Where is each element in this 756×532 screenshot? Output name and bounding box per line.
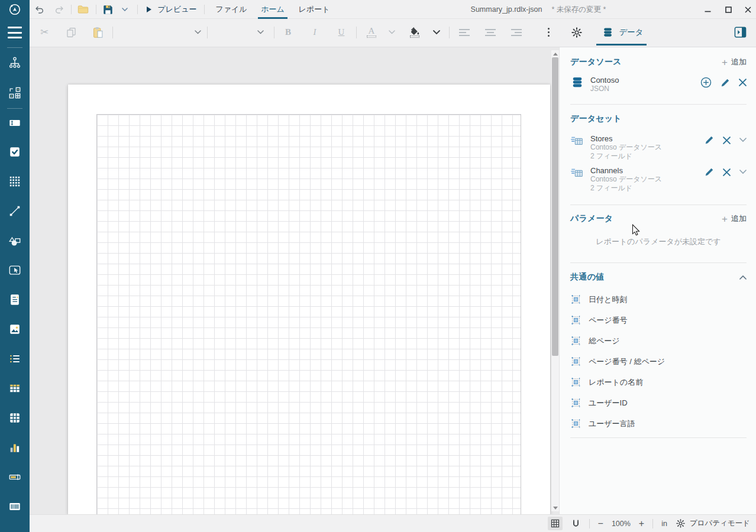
unit-selector[interactable]: in (661, 520, 667, 528)
delete-x-icon[interactable] (723, 137, 731, 144)
titlebar: プレビュー ファイル ホーム レポート Summary_jp.rdlx-json… (0, 0, 756, 19)
delete-x-icon[interactable] (739, 79, 747, 86)
dataset-item-stores[interactable]: Stores Contoso データソース 2 フィールド (570, 134, 747, 161)
list-icon[interactable] (8, 352, 21, 365)
undo-icon (34, 5, 44, 14)
chevron-down-icon (195, 30, 201, 34)
edit-pencil-icon[interactable] (705, 135, 714, 145)
delete-x-icon[interactable] (723, 168, 731, 176)
save-button[interactable] (99, 0, 116, 19)
richtext-icon[interactable] (8, 293, 21, 306)
dataset-actions (705, 166, 747, 177)
line-icon[interactable] (8, 205, 21, 218)
common-value-item[interactable]: レポートの名前 (570, 372, 747, 392)
common-value-item[interactable]: 総ページ (570, 330, 747, 351)
align-left-icon (459, 29, 470, 36)
italic-button[interactable]: I (306, 19, 323, 46)
bold-button[interactable]: B (280, 19, 296, 46)
align-left-button[interactable] (456, 19, 473, 46)
open-file-button[interactable] (75, 0, 91, 19)
draggable-field-icon (570, 294, 581, 305)
dataset-fields: 2 フィールド (590, 184, 662, 193)
copy-button[interactable] (63, 19, 79, 46)
report-page[interactable] (68, 85, 550, 514)
tab-home[interactable]: ホーム (256, 0, 289, 19)
chart-icon[interactable] (8, 441, 21, 454)
collapse-panel-button[interactable] (731, 19, 749, 46)
maximize-button[interactable] (719, 0, 737, 19)
dataset-item-channels[interactable]: Channels Contoso データソース 2 フィールド (570, 166, 747, 193)
chevron-down-icon[interactable] (739, 170, 747, 174)
matrix-icon[interactable] (8, 411, 21, 424)
fill-color-button[interactable] (406, 19, 423, 46)
font-color-button[interactable]: A (363, 19, 380, 46)
cut-button[interactable]: ✂ (36, 19, 53, 46)
align-right-button[interactable] (508, 19, 525, 46)
align-center-button[interactable] (482, 19, 499, 46)
close-button[interactable] (739, 0, 756, 19)
font-family-select[interactable] (118, 19, 201, 46)
statusbar-separator (652, 519, 653, 528)
undo-button[interactable] (31, 0, 47, 19)
dataset-fields: 2 フィールド (590, 152, 662, 161)
layout-icon[interactable] (8, 86, 21, 99)
underline-button[interactable]: U (333, 19, 350, 46)
data-panel-tab[interactable]: データ (596, 19, 650, 46)
textbox-icon[interactable] (8, 116, 21, 129)
common-value-item[interactable]: 日付と時刻 (570, 289, 747, 310)
zoom-in-button[interactable]: + (639, 518, 644, 529)
add-datasource-button[interactable]: + 追加 (722, 57, 747, 67)
common-value-item[interactable]: ユーザーID (570, 392, 747, 413)
add-dataset-icon[interactable] (700, 77, 712, 88)
design-grid-surface[interactable] (96, 114, 521, 514)
table-icon[interactable] (8, 382, 21, 395)
tab-report[interactable]: レポート (298, 0, 331, 19)
datasources-section-header: データソース + 追加 (570, 56, 747, 69)
toggle-grid-button[interactable] (548, 517, 563, 530)
font-color-dropdown[interactable] (385, 19, 399, 46)
report-explorer-icon[interactable] (8, 56, 21, 69)
chevron-down-icon (433, 30, 440, 35)
more-options-button[interactable] (540, 19, 557, 46)
image-icon[interactable] (8, 323, 21, 336)
toolbar-separator (356, 27, 357, 38)
redo-button[interactable] (51, 0, 67, 19)
datasource-item-contoso[interactable]: Contoso JSON (570, 76, 747, 93)
scroll-down-arrow[interactable] (551, 504, 559, 511)
scroll-up-arrow[interactable] (551, 50, 559, 57)
paste-button[interactable] (89, 19, 106, 46)
edit-pencil-icon[interactable] (721, 78, 730, 87)
chevron-up-icon[interactable] (739, 275, 747, 280)
common-value-item[interactable]: ページ番号 / 総ページ (570, 351, 747, 372)
add-parameter-button[interactable]: + 追加 (722, 213, 747, 224)
common-values-list: 日付と時刻 ページ番号 総ページ ページ番号 / 総ページ (570, 289, 747, 434)
bullet-icon[interactable] (8, 471, 21, 484)
save-dropdown-button[interactable] (118, 0, 131, 19)
common-value-item[interactable]: ページ番号 (570, 310, 747, 330)
edit-pencil-icon[interactable] (705, 167, 714, 177)
dataset-name: Stores (590, 134, 662, 143)
fill-color-dropdown[interactable] (429, 19, 444, 46)
common-value-item[interactable]: ユーザー言語 (570, 413, 747, 434)
settings-button[interactable] (568, 19, 585, 46)
font-size-select[interactable] (212, 19, 264, 46)
input-button-icon[interactable] (8, 264, 21, 277)
barcode-icon[interactable] (8, 500, 21, 513)
preview-button[interactable]: プレビュー (142, 0, 201, 19)
shapes-icon[interactable] (8, 234, 21, 247)
menu-button[interactable] (8, 27, 22, 38)
chevron-down-icon[interactable] (739, 138, 747, 142)
snap-to-grid-button[interactable] (571, 518, 581, 528)
minimize-button[interactable] (699, 0, 716, 19)
design-canvas[interactable] (30, 47, 559, 514)
tab-file[interactable]: ファイル (215, 0, 248, 19)
tablix-icon[interactable] (8, 175, 21, 188)
zoom-level: 100% (612, 520, 631, 528)
chevron-down-icon (257, 30, 264, 34)
canvas-vertical-scrollbar[interactable] (551, 50, 559, 511)
zoom-out-button[interactable]: − (598, 518, 603, 529)
property-mode-button[interactable]: プロパティモード (676, 518, 750, 528)
scrollbar-thumb[interactable] (552, 57, 558, 356)
database-icon (602, 27, 613, 38)
checkbox-icon[interactable] (8, 145, 21, 158)
